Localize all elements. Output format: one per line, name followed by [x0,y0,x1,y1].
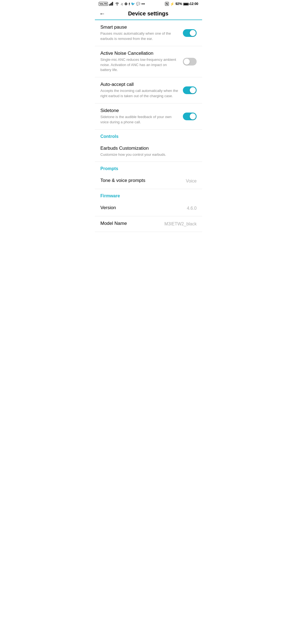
smart-pause-content: Smart pause Pauses music automatically w… [100,24,183,42]
anc-desc: Single-mic ANC reduces low-frequency amb… [100,57,178,73]
controls-section-header: Controls [95,130,202,141]
smart-pause-desc: Pauses music automatically when one of t… [100,31,178,42]
smart-pause-item: Smart pause Pauses music automatically w… [95,20,202,46]
sidetone-item: Sidetone Sidetone is the audible feedbac… [95,103,202,130]
smart-pause-thumb [190,30,196,36]
model-name-value: M3IETW2_black [164,222,197,227]
model-name-item: Model Name M3IETW2_black [95,216,202,232]
auto-accept-content: Auto-accept call Accepts the incoming ca… [100,82,183,99]
volte-indicator: VoLTE [99,2,108,6]
battery-level: 92% [175,2,189,6]
bluetooth-icon: ⚡ [170,2,174,6]
extra-icon1: ⚙ [124,2,128,6]
model-name-title: Model Name [100,221,160,226]
sidetone-desc: Sidetone is the audible feedback of your… [100,114,178,125]
settings-list: Smart pause Pauses music automatically w… [95,20,202,232]
anc-toggle[interactable] [183,58,197,66]
earbuds-customization-content: Earbuds Customization Customize how you … [100,146,197,157]
twitter-icon: 🐦 [131,2,135,6]
earbuds-customization-title: Earbuds Customization [100,146,192,151]
sidetone-toggle[interactable] [183,113,197,120]
tone-voice-content: Tone & voice prompts [100,178,186,184]
firmware-section-header: Firmware [95,189,202,201]
anc-content: Active Noise Cancellation Single-mic ANC… [100,51,183,73]
model-name-content: Model Name [100,221,164,227]
spotify-icon: ♫ [120,2,123,6]
status-bar: VoLTE ♫ ⚙ f 🐦 💬 ••• N ⚡ 92% [95,0,202,7]
signal-icon [109,2,114,6]
wifi-icon [115,2,119,6]
auto-accept-desc: Accepts the incoming call automatically … [100,88,178,99]
svg-rect-0 [109,4,110,6]
svg-point-4 [117,4,118,5]
tone-voice-item[interactable]: Tone & voice prompts Voice [95,173,202,189]
smart-pause-title: Smart pause [100,24,178,30]
svg-rect-1 [110,4,111,6]
status-right: N ⚡ 92% 12:00 [165,2,198,6]
tone-voice-title: Tone & voice prompts [100,178,182,183]
anc-title: Active Noise Cancellation [100,51,178,56]
version-content: Version [100,205,187,212]
anc-thumb [184,59,190,65]
svg-rect-3 [112,2,113,6]
auto-accept-title: Auto-accept call [100,82,178,87]
auto-accept-thumb [190,87,196,93]
version-value: 4.6.0 [187,206,197,211]
tone-voice-value: Voice [186,179,197,184]
smart-pause-toggle[interactable] [183,29,197,37]
svg-rect-2 [111,3,112,6]
status-left: VoLTE ♫ ⚙ f 🐦 💬 ••• [99,2,145,6]
line-icon: 💬 [136,2,140,6]
earbuds-customization-item[interactable]: Earbuds Customization Customize how you … [95,141,202,162]
back-button[interactable]: ← [99,11,105,17]
version-item: Version 4.6.0 [95,201,202,216]
prompts-section-header: Prompts [95,162,202,173]
facebook-icon: f [129,2,130,6]
more-icon: ••• [141,2,145,6]
sidetone-thumb [190,113,196,119]
anc-item: Active Noise Cancellation Single-mic ANC… [95,46,202,78]
time-display: 12:00 [190,2,198,6]
auto-accept-item: Auto-accept call Accepts the incoming ca… [95,77,202,103]
version-title: Version [100,205,182,211]
nfc-icon: N [165,2,169,6]
app-bar: ← Device settings [95,7,202,20]
sidetone-title: Sidetone [100,108,178,113]
sidetone-content: Sidetone Sidetone is the audible feedbac… [100,108,183,125]
page-title: Device settings [105,10,191,17]
auto-accept-toggle[interactable] [183,86,197,94]
earbuds-customization-desc: Customize how you control your earbuds. [100,152,192,157]
